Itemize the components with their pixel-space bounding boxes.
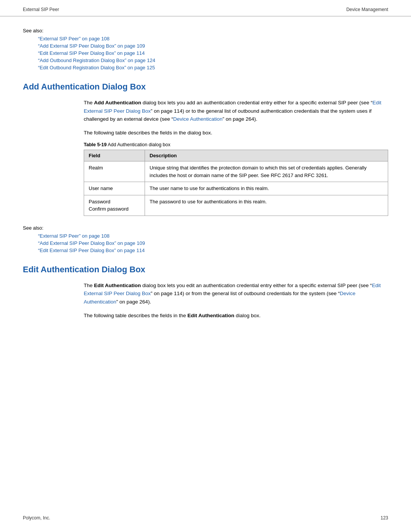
add-auth-table: Field Description Realm Unique string th… — [84, 150, 388, 216]
table-cell-field-realm: Realm — [84, 161, 145, 182]
see-also-mid-links: “External SIP Peer” on page 108 “Add Ext… — [38, 233, 388, 253]
edit-auth-heading: Edit Authentication Dialog Box — [23, 265, 388, 275]
footer-company: Polycom, Inc. — [23, 515, 50, 521]
see-also-mid-link-2[interactable]: “Add External SIP Peer Dialog Box” on pa… — [38, 240, 388, 246]
page-header: External SIP Peer Device Management — [0, 0, 411, 16]
see-also-mid-label: See also: — [23, 225, 388, 231]
header-right: Device Management — [346, 7, 388, 12]
field-password-line1: Password — [89, 198, 140, 206]
see-also-top-link-1[interactable]: “External SIP Peer” on page 108 — [38, 36, 388, 42]
add-auth-body1: The Add Authentication dialog box lets y… — [84, 99, 388, 123]
add-auth-section: Add Authentication Dialog Box The Add Au… — [23, 82, 388, 216]
table-cell-desc-realm: Unique string that identifies the protec… — [145, 161, 388, 182]
page: External SIP Peer Device Management See … — [0, 0, 411, 532]
edit-auth-bold: Edit Authentication — [94, 283, 141, 288]
see-also-top-link-4[interactable]: “Add Outbound Registration Dialog Box” o… — [38, 58, 388, 63]
footer-page-number: 123 — [381, 515, 388, 521]
table-cell-desc-username: The user name to use for authentications… — [145, 182, 388, 195]
see-also-top-link-2[interactable]: “Add External SIP Peer Dialog Box” on pa… — [38, 43, 388, 49]
field-password-line2: Confirm password — [89, 205, 140, 213]
header-left: External SIP Peer — [23, 7, 59, 12]
table-caption-text: Add Authentication dialog box — [107, 142, 170, 147]
add-auth-heading: Add Authentication Dialog Box — [23, 82, 388, 92]
edit-auth-body2: The following table describes the fields… — [84, 312, 388, 320]
edit-auth-body1: The Edit Authentication dialog box lets … — [84, 281, 388, 306]
table-caption: Table 5-19 Add Authentication dialog box — [84, 142, 388, 147]
table-cell-field-username: User name — [84, 182, 145, 195]
table-row: User name The user name to use for authe… — [84, 182, 388, 195]
table-row: Realm Unique string that identifies the … — [84, 161, 388, 182]
add-auth-bold: Add Authentication — [94, 100, 141, 105]
see-also-mid: See also: “External SIP Peer” on page 10… — [23, 225, 388, 253]
table-cell-field-password: Password Confirm password — [84, 195, 145, 216]
table-header-description: Description — [145, 150, 388, 161]
add-auth-link2[interactable]: Device Authentication — [173, 116, 223, 122]
edit-auth-body: The Edit Authentication dialog box lets … — [84, 281, 388, 320]
table-row: Password Confirm password The password t… — [84, 195, 388, 216]
table-caption-bold: Table 5-19 — [84, 142, 107, 147]
see-also-mid-link-3[interactable]: “Edit External SIP Peer Dialog Box” on p… — [38, 248, 388, 253]
table-cell-desc-password: The password to use for authentications … — [145, 195, 388, 216]
page-footer: Polycom, Inc. 123 — [23, 515, 388, 521]
add-auth-body: The Add Authentication dialog box lets y… — [84, 99, 388, 216]
see-also-top: See also: “External SIP Peer” on page 10… — [23, 28, 388, 70]
table-header-field: Field — [84, 150, 145, 161]
edit-auth-body2-bold: Edit Authentication — [187, 313, 234, 318]
table-header-row: Field Description — [84, 150, 388, 161]
add-auth-body2: The following table describes the fields… — [84, 129, 388, 137]
see-also-top-links: “External SIP Peer” on page 108 “Add Ext… — [38, 36, 388, 70]
see-also-top-label: See also: — [23, 28, 388, 34]
edit-auth-section: Edit Authentication Dialog Box The Edit … — [23, 265, 388, 320]
see-also-top-link-5[interactable]: “Edit Outbound Registration Dialog Box” … — [38, 65, 388, 70]
main-content: See also: “External SIP Peer” on page 10… — [0, 16, 411, 350]
see-also-mid-link-1[interactable]: “External SIP Peer” on page 108 — [38, 233, 388, 239]
see-also-top-link-3[interactable]: “Edit External SIP Peer Dialog Box” on p… — [38, 50, 388, 56]
